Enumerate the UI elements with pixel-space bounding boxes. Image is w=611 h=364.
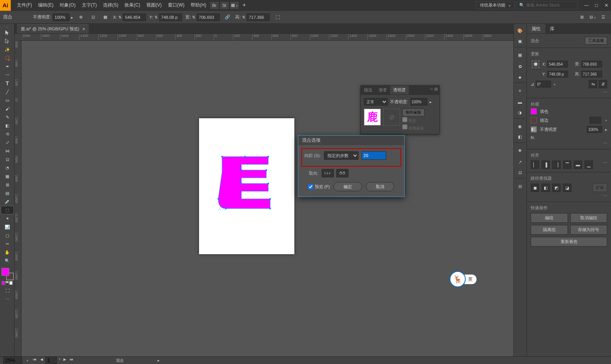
w-input[interactable] — [197, 13, 220, 21]
swatches-panel-icon[interactable]: ▣ — [514, 37, 526, 47]
y-input[interactable] — [159, 13, 182, 21]
canvas[interactable]: 2000180016001400120010008006004002000200… — [15, 34, 513, 356]
rotate-dropdown[interactable] — [553, 82, 556, 86]
menu-file[interactable]: 文件(F) — [14, 2, 35, 8]
transform-panel-icon[interactable]: ⊡ — [88, 13, 98, 22]
orient-page-button[interactable]: ⊦⊦⊦ — [322, 169, 334, 177]
opacity-swatch-prop[interactable]: ◧ — [531, 126, 537, 132]
artboard-number-input[interactable] — [45, 357, 57, 364]
recolor-button[interactable]: 重新着色 — [531, 237, 607, 247]
blend-mode-select[interactable]: 正常 — [364, 98, 388, 106]
prop-x-input[interactable] — [547, 61, 568, 68]
rotate-tool[interactable]: ⟲ — [1, 130, 14, 138]
window-maximize[interactable]: □ — [592, 2, 601, 9]
magic-wand-tool[interactable]: ✨ — [1, 45, 14, 54]
stroke-weight-input[interactable] — [589, 117, 601, 124]
align-right-button[interactable]: ▕ — [552, 160, 561, 169]
tp-thumbnail[interactable]: 鹿 — [364, 109, 381, 126]
preview-checkbox[interactable] — [308, 184, 313, 189]
last-artboard-button[interactable]: ⏭ — [68, 357, 75, 362]
fx-label[interactable]: fx. — [531, 135, 535, 140]
menu-effect[interactable]: 效果(C) — [121, 2, 143, 8]
tab-libraries[interactable]: 库 — [545, 24, 559, 33]
align-vcenter-button[interactable]: ▬ — [574, 160, 582, 169]
artboard[interactable] — [199, 118, 294, 254]
gpu-icon[interactable]: ✈ — [239, 1, 249, 10]
tab-stroke[interactable]: 描边 — [361, 86, 375, 94]
brushes-panel-icon[interactable]: ▦ — [514, 50, 526, 60]
link-wh-icon[interactable]: 🔗 — [223, 13, 232, 22]
tp-mask-thumbnail[interactable]: ⊘ — [383, 109, 400, 126]
transparency-panel-icon[interactable]: ◑ — [514, 109, 526, 119]
flip-v-button[interactable]: ⇵ — [599, 80, 607, 88]
free-transform-tool[interactable]: ⊡ — [1, 155, 14, 164]
screen-mode-tool[interactable]: ⛶ — [1, 286, 14, 295]
document-tab[interactable]: 鹿.ai* @ 25% (RGB/GPU 预览) × — [17, 24, 89, 33]
tab-transparency[interactable]: 透明度 — [390, 86, 409, 94]
appearance-panel-icon[interactable]: ◉ — [514, 121, 526, 131]
gradient-panel-icon[interactable]: ▬ — [514, 97, 526, 107]
flip-h-button[interactable]: ⇋ — [589, 80, 597, 88]
ok-button[interactable]: 确定 — [334, 182, 362, 191]
tab-gradient[interactable]: 渐变 — [375, 86, 390, 94]
window-close[interactable]: ✕ — [602, 2, 611, 9]
shape-builder-tool[interactable]: ◔ — [1, 164, 14, 172]
cancel-button[interactable]: 取消 — [366, 182, 394, 191]
menu-view[interactable]: 视图(V) — [143, 2, 165, 8]
mesh-tool[interactable]: ⊞ — [1, 180, 14, 189]
shaper-tool[interactable]: ✎ — [1, 113, 14, 121]
prev-artboard-button[interactable]: ◀ — [38, 357, 45, 362]
zoom-dropdown[interactable] — [25, 358, 28, 362]
x-input[interactable] — [123, 13, 146, 21]
group-button[interactable]: 编组 — [531, 213, 568, 223]
scale-tool[interactable]: ⤢ — [1, 138, 14, 147]
orient-path-button[interactable]: ⥀⥀ — [336, 169, 349, 177]
color-mode-solid[interactable] — [2, 281, 5, 285]
zoom-input[interactable] — [3, 357, 22, 364]
stroke-swatch-prop[interactable] — [531, 117, 537, 123]
symbols-panel-icon[interactable]: ✿ — [514, 61, 526, 71]
artwork-blend-shape[interactable] — [211, 149, 280, 218]
scale-strokes-icon[interactable]: ⛶ — [273, 13, 282, 22]
h-input[interactable] — [247, 13, 270, 21]
ruler-horizontal[interactable]: 2000180016001400120010008006004002000200… — [22, 34, 513, 41]
recolor-icon[interactable]: ⊕ — [76, 13, 85, 22]
gradient-tool[interactable]: ▤ — [1, 189, 14, 197]
eraser-tool[interactable]: ◧ — [1, 121, 14, 130]
asset-export-panel-icon[interactable]: ↗ — [514, 157, 526, 167]
appearance-more-icon[interactable]: ⋯ — [603, 141, 607, 146]
eyedropper-tool[interactable]: 💉 — [1, 197, 14, 206]
align-panel-icon[interactable]: ⊞ — [577, 13, 586, 22]
document-tab-close[interactable]: × — [82, 26, 85, 32]
column-graph-tool[interactable]: 📊 — [1, 223, 14, 231]
rotate-input[interactable] — [536, 81, 551, 88]
pf-intersect-button[interactable]: ◩ — [552, 184, 561, 192]
fill-stroke-swatch[interactable] — [2, 268, 14, 280]
panel-collapse-icon[interactable]: ›› — [430, 87, 433, 93]
window-minimize[interactable]: — — [582, 2, 591, 9]
tab-properties[interactable]: 属性 — [527, 24, 545, 33]
more-options-icon[interactable]: ⋯ — [603, 90, 607, 94]
align-more-icon[interactable]: ⋯ — [603, 160, 607, 169]
lasso-tool[interactable]: 📿 — [1, 54, 14, 62]
prop-y-input[interactable] — [547, 71, 568, 78]
reference-point-grid[interactable] — [531, 59, 541, 69]
search-stock-input[interactable]: 🔍 搜索 Adobe Stock — [516, 1, 578, 9]
isolate-button[interactable]: 隔离组 — [531, 225, 568, 235]
tp-opacity-input[interactable] — [410, 98, 427, 106]
prop-opacity-expand[interactable] — [605, 127, 607, 132]
pen-tool[interactable]: ✒ — [1, 62, 14, 71]
color-mode-gradient[interactable] — [5, 281, 9, 285]
workspace-switcher[interactable]: 传统基本功能 — [476, 1, 515, 9]
menu-select[interactable]: 选择(S) — [100, 2, 121, 8]
fill-swatch-prop[interactable] — [531, 108, 537, 114]
save-symbol-button[interactable]: 存储为符号 — [570, 225, 608, 235]
bridge-button[interactable]: Br — [209, 1, 219, 10]
ruler-vertical[interactable]: 6004002000200400600800100012001400160018… — [15, 41, 22, 356]
status-info-arrow[interactable] — [158, 358, 159, 362]
pf-unite-button[interactable]: ◼ — [531, 184, 539, 192]
menu-help[interactable]: 帮助(H) — [188, 2, 209, 8]
direct-selection-tool[interactable] — [1, 37, 14, 45]
menu-edit[interactable]: 编辑(E) — [35, 2, 56, 8]
first-artboard-button[interactable]: ⏮ — [32, 357, 38, 362]
